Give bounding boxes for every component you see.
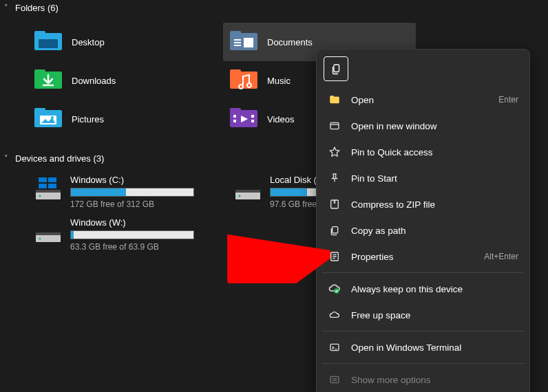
- svg-rect-22: [251, 120, 254, 122]
- documents-folder-icon: [230, 31, 257, 53]
- terminal-icon: [328, 340, 341, 354]
- menu-label: Always keep on this device: [351, 284, 518, 294]
- svg-rect-42: [330, 344, 339, 350]
- star-icon: [328, 145, 341, 159]
- copy-path-icon: [328, 224, 341, 237]
- menu-label: Open in new window: [351, 121, 518, 131]
- menu-copy-path[interactable]: Copy as path: [321, 217, 525, 243]
- svg-rect-7: [234, 45, 241, 46]
- folder-open-icon: [328, 93, 341, 107]
- menu-always-keep[interactable]: Always keep on this device: [321, 276, 525, 302]
- svg-rect-12: [230, 69, 241, 74]
- menu-label: Pin to Quick access: [351, 147, 518, 157]
- drive-free-text: 63.3 GB free of 63.9 GB: [70, 242, 213, 252]
- menu-open[interactable]: Open Enter: [321, 87, 525, 113]
- menu-label: Open in Windows Terminal: [351, 342, 518, 353]
- menu-compress[interactable]: Compress to ZIP file: [321, 191, 525, 217]
- menu-separator: [322, 272, 524, 273]
- chevron-down-icon: ˅: [4, 3, 11, 12]
- svg-rect-26: [39, 177, 47, 182]
- new-window-icon: [328, 119, 341, 133]
- svg-rect-31: [235, 190, 260, 193]
- svg-line-44: [233, 259, 311, 278]
- more-icon: [328, 373, 341, 386]
- svg-rect-39: [333, 227, 338, 233]
- music-folder-icon: [230, 69, 257, 91]
- svg-rect-21: [251, 115, 254, 118]
- svg-rect-15: [40, 116, 56, 124]
- svg-rect-6: [234, 42, 241, 43]
- menu-label: Compress to ZIP file: [351, 199, 518, 210]
- folder-downloads[interactable]: Downloads: [28, 61, 220, 100]
- downloads-folder-icon: [34, 69, 62, 91]
- menu-pin-start[interactable]: Pin to Start: [321, 165, 525, 191]
- menu-properties[interactable]: Properties Alt+Enter: [321, 243, 525, 270]
- drive-w[interactable]: Windows (W:) 63.3 GB free of 63.9 GB: [28, 215, 220, 254]
- folder-label: Videos: [267, 114, 295, 124]
- menu-free-up[interactable]: Free up space: [321, 302, 525, 328]
- menu-label: Copy as path: [351, 226, 518, 236]
- folder-label: Downloads: [72, 76, 116, 86]
- svg-rect-24: [36, 190, 61, 193]
- svg-rect-10: [34, 69, 45, 74]
- menu-open-new-window[interactable]: Open in new window: [321, 113, 525, 139]
- svg-point-32: [239, 195, 241, 197]
- folder-desktop[interactable]: Desktop: [28, 23, 220, 61]
- menu-shortcut: Alt+Enter: [484, 252, 518, 261]
- drive-free-text: 172 GB free of 312 GB: [70, 199, 213, 209]
- drives-section-title: Devices and drives (3): [15, 153, 104, 164]
- folder-pictures[interactable]: Pictures: [28, 100, 220, 138]
- svg-rect-20: [233, 120, 236, 122]
- svg-point-35: [39, 238, 41, 240]
- svg-point-16: [51, 116, 54, 119]
- folder-label: Pictures: [72, 114, 104, 124]
- svg-rect-34: [36, 232, 61, 235]
- svg-rect-43: [330, 376, 339, 382]
- svg-rect-36: [334, 65, 339, 72]
- videos-folder-icon: [230, 108, 257, 130]
- copy-button[interactable]: [324, 56, 348, 81]
- svg-rect-19: [233, 115, 236, 118]
- menu-label: Show more options: [351, 375, 518, 385]
- cloud-icon: [328, 308, 341, 322]
- folder-label: Documents: [267, 37, 313, 47]
- svg-rect-29: [48, 184, 56, 188]
- menu-label: Pin to Start: [351, 173, 518, 184]
- menu-label: Free up space: [351, 310, 518, 320]
- svg-point-25: [39, 195, 41, 197]
- os-drive-icon: [34, 175, 62, 201]
- chevron-down-icon: ˅: [4, 154, 11, 163]
- menu-label: Open: [351, 95, 498, 105]
- menu-shortcut: Enter: [498, 95, 518, 105]
- svg-rect-4: [230, 31, 241, 35]
- menu-label: Properties: [351, 252, 484, 262]
- menu-separator: [322, 331, 524, 331]
- folders-section-header[interactable]: ˅ Folders (6): [0, 0, 548, 16]
- pictures-folder-icon: [34, 108, 62, 130]
- folder-label: Music: [267, 76, 291, 86]
- menu-terminal[interactable]: Open in Windows Terminal: [321, 334, 525, 360]
- drive-name: Windows (C:): [70, 175, 213, 185]
- cloud-check-icon: [328, 282, 341, 296]
- drive-usage-bar: [70, 188, 194, 197]
- drive-icon: [34, 217, 62, 243]
- context-menu: Open Enter Open in new window Pin to Qui…: [316, 49, 530, 392]
- svg-rect-14: [34, 108, 45, 112]
- svg-rect-1: [34, 31, 45, 35]
- desktop-folder-icon: [34, 31, 62, 53]
- folder-label: Desktop: [72, 37, 105, 47]
- svg-rect-5: [234, 39, 241, 41]
- drive-c[interactable]: Windows (C:) 172 GB free of 312 GB: [28, 172, 220, 212]
- svg-rect-2: [39, 39, 58, 48]
- zip-icon: [328, 197, 341, 211]
- svg-rect-37: [330, 122, 339, 129]
- drive-usage-bar: [70, 230, 194, 239]
- drive-icon: [234, 175, 262, 201]
- menu-more[interactable]: Show more options: [321, 367, 525, 392]
- properties-icon: [328, 250, 341, 263]
- svg-rect-8: [244, 38, 253, 47]
- drive-name: Windows (W:): [70, 217, 213, 228]
- svg-rect-18: [230, 108, 241, 112]
- menu-pin-quick[interactable]: Pin to Quick access: [321, 139, 525, 165]
- svg-rect-28: [39, 184, 47, 188]
